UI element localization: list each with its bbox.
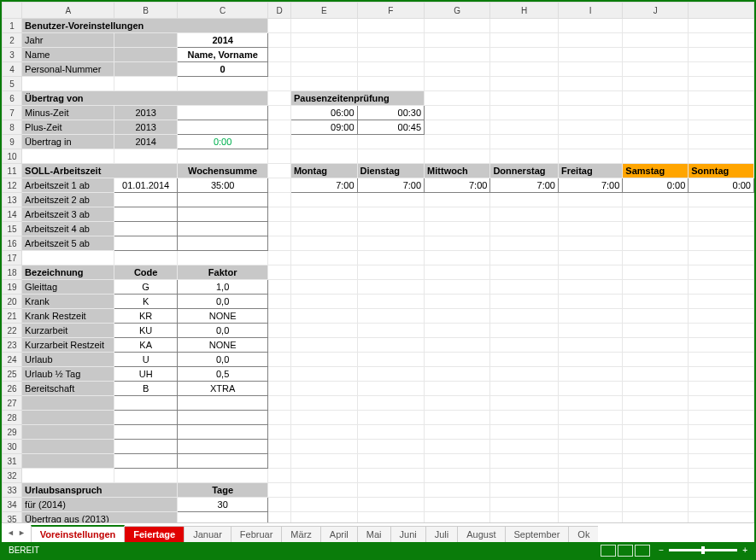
cell-D34[interactable] — [268, 498, 291, 512]
cell-I16[interactable] — [558, 236, 622, 251]
cell-F20[interactable] — [357, 295, 425, 309]
cell-D3[interactable] — [268, 48, 291, 62]
cell-G17[interactable] — [425, 251, 490, 265]
cell-extra-17[interactable] — [689, 251, 754, 265]
cell-E10[interactable] — [290, 149, 357, 164]
cell-extra-20[interactable] — [689, 295, 754, 309]
cell-extra-32[interactable] — [689, 469, 754, 483]
cell-E32[interactable] — [290, 469, 357, 483]
row-header[interactable]: 6 — [3, 91, 22, 106]
cell-B23[interactable]: KA — [114, 338, 178, 353]
column-header[interactable]: G — [425, 3, 490, 19]
row-header[interactable]: 12 — [3, 178, 22, 193]
cell-G22[interactable] — [425, 324, 490, 338]
cell-C2[interactable]: 2014 — [177, 33, 267, 48]
cell-A7[interactable]: Minus-Zeit — [22, 106, 114, 120]
cell-B9[interactable]: 2014 — [114, 135, 178, 149]
cell-B28[interactable] — [114, 411, 178, 425]
cell-E7[interactable]: 06:00 — [290, 106, 357, 120]
cell-C14[interactable] — [177, 207, 267, 222]
row-header[interactable]: 1 — [3, 19, 22, 33]
cell-C11[interactable]: Wochensumme — [177, 164, 267, 178]
cell-A30[interactable] — [22, 440, 114, 454]
view-break-icon[interactable] — [635, 545, 650, 557]
cell-extra-21[interactable] — [689, 309, 754, 324]
cell-E5[interactable] — [290, 77, 357, 91]
cell-B7[interactable]: 2013 — [114, 106, 178, 120]
row-header[interactable]: 7 — [3, 106, 22, 120]
cell-I17[interactable] — [558, 251, 622, 265]
cell-A9[interactable]: Übertrag in — [22, 135, 114, 149]
cell-H5[interactable] — [490, 77, 559, 91]
row-header[interactable]: 9 — [3, 135, 22, 149]
sheet-tab-feiertage[interactable]: Feiertage — [124, 526, 185, 542]
cell-J1[interactable] — [623, 19, 689, 33]
cell-G1[interactable] — [425, 19, 490, 33]
cell-extra-4[interactable] — [689, 62, 754, 77]
cell-A21[interactable]: Krank Restzeit — [22, 309, 114, 324]
cell-I11[interactable]: Freitag — [558, 164, 622, 178]
cell-D13[interactable] — [268, 193, 291, 207]
sheet-tab-august[interactable]: August — [457, 526, 505, 542]
cell-G5[interactable] — [425, 77, 490, 91]
cell-D32[interactable] — [268, 469, 291, 483]
row-header[interactable]: 30 — [3, 440, 22, 454]
cell-G20[interactable] — [425, 295, 490, 309]
cell-B17[interactable] — [114, 251, 178, 265]
view-page-icon[interactable] — [618, 545, 633, 557]
cell-F15[interactable] — [357, 222, 425, 236]
row-header[interactable]: 13 — [3, 193, 22, 207]
cell-C4[interactable]: 0 — [177, 62, 267, 77]
cell-E21[interactable] — [290, 309, 357, 324]
cell-B29[interactable] — [114, 425, 178, 440]
cell-C8[interactable] — [177, 120, 267, 135]
cell-extra-7[interactable] — [689, 106, 754, 120]
cell-F16[interactable] — [357, 236, 425, 251]
cell-B24[interactable]: U — [114, 353, 178, 367]
row-header[interactable]: 18 — [3, 265, 22, 280]
cell-H30[interactable] — [490, 440, 559, 454]
cell-A35[interactable]: Übertrag aus (2013) — [22, 512, 178, 522]
cell-E23[interactable] — [290, 338, 357, 353]
cell-A8[interactable]: Plus-Zeit — [22, 120, 114, 135]
cell-F9[interactable] — [357, 135, 425, 149]
cell-B5[interactable] — [114, 77, 178, 91]
cell-E24[interactable] — [290, 353, 357, 367]
cell-F3[interactable] — [357, 48, 425, 62]
cell-H34[interactable] — [490, 498, 559, 512]
cell-G31[interactable] — [425, 454, 490, 469]
cell-E35[interactable] — [290, 512, 357, 522]
cell-G6[interactable] — [425, 91, 490, 106]
cell-extra-27[interactable] — [689, 396, 754, 411]
cell-F21[interactable] — [357, 309, 425, 324]
cell-J30[interactable] — [623, 440, 689, 454]
cell-D14[interactable] — [268, 207, 291, 222]
cell-D27[interactable] — [268, 396, 291, 411]
cell-J15[interactable] — [623, 222, 689, 236]
cell-E16[interactable] — [290, 236, 357, 251]
cell-E27[interactable] — [290, 396, 357, 411]
cell-F5[interactable] — [357, 77, 425, 91]
cell-A17[interactable] — [22, 251, 114, 265]
cell-A19[interactable]: Gleittag — [22, 280, 114, 295]
cell-F14[interactable] — [357, 207, 425, 222]
cell-F27[interactable] — [357, 396, 425, 411]
cell-J5[interactable] — [623, 77, 689, 91]
cell-I31[interactable] — [558, 454, 622, 469]
cell-J8[interactable] — [623, 120, 689, 135]
cell-D21[interactable] — [268, 309, 291, 324]
view-normal-icon[interactable] — [601, 545, 616, 557]
cell-C12[interactable]: 35:00 — [177, 178, 267, 193]
cell-H17[interactable] — [490, 251, 559, 265]
cell-E33[interactable] — [290, 483, 357, 498]
cell-I30[interactable] — [558, 440, 622, 454]
cell-J12[interactable]: 0:00 — [623, 178, 689, 193]
cell-D29[interactable] — [268, 425, 291, 440]
cell-sonntag-value[interactable]: 0:00 — [689, 178, 754, 193]
cell-A1[interactable]: Benutzer-Voreinstellungen — [22, 19, 268, 33]
cell-D4[interactable] — [268, 62, 291, 77]
cell-H6[interactable] — [490, 91, 559, 106]
cell-J35[interactable] — [623, 512, 689, 522]
cell-D26[interactable] — [268, 382, 291, 396]
cell-A12[interactable]: Arbeitszeit 1 ab — [22, 178, 114, 193]
